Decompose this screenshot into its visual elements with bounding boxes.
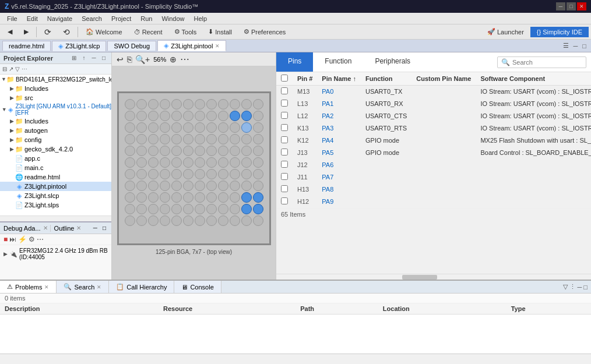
table-row[interactable]: J11 PA7 <box>276 171 591 183</box>
tree-includes1[interactable]: ▶ 📁 Includes <box>0 84 111 93</box>
outline-tab[interactable]: Outline <box>50 225 75 232</box>
bottom-minimize-btn[interactable]: ─ <box>578 284 582 291</box>
tab-function[interactable]: Function <box>313 52 363 72</box>
outline-tab-close[interactable]: ✕ <box>76 225 81 232</box>
tab-bar-minimize[interactable]: ─ <box>571 43 581 50</box>
debug-minimize[interactable]: ─ <box>92 224 99 232</box>
chip-pin-10-12[interactable] <box>253 204 263 214</box>
bottom-table-container[interactable]: Description Resource Path Location Type <box>0 303 591 354</box>
tab-pintool-close[interactable]: ✕ <box>215 43 220 49</box>
select-all-checkbox[interactable] <box>281 75 288 82</box>
toolbar-preferences[interactable]: ⚙ Preferences <box>238 26 291 37</box>
col-path[interactable]: Path <box>296 303 378 314</box>
table-row[interactable]: K13 PA3 USART0_RTS IO Stream: USART (vco… <box>276 122 591 135</box>
col-description[interactable]: Description <box>0 303 159 314</box>
col-custom-pin[interactable]: Custom Pin Name <box>411 72 476 86</box>
right-search-input[interactable] <box>512 59 582 66</box>
tab-swo[interactable]: SWO Debug <box>107 41 156 51</box>
tree-collapse-all[interactable]: ⊟ <box>2 66 7 72</box>
row-checkbox-cell[interactable] <box>276 135 293 147</box>
debug-maximize[interactable]: □ <box>101 224 108 232</box>
menu-file[interactable]: File <box>2 14 22 23</box>
tree-link-editor[interactable]: ↗ <box>9 66 13 72</box>
pins-table-container[interactable]: Pin # Pin Name ↑ Function Custom Pin Nam… <box>276 72 591 274</box>
tree-config[interactable]: ▶ 📁 config <box>0 135 111 144</box>
tree-toggle-gecko[interactable]: ▶ <box>8 146 15 152</box>
tree-readme[interactable]: 🌐 readme.html <box>0 172 111 182</box>
tree-toggle-src1[interactable]: ▶ <box>8 95 15 101</box>
chip-pin-2-10[interactable] <box>230 111 240 121</box>
toolbar-install[interactable]: ⬇ Install <box>203 26 237 37</box>
toolbar-launcher[interactable]: 🚀 Launcher <box>482 26 529 37</box>
col-pin-name[interactable]: Pin Name ↑ <box>317 72 361 86</box>
row-checkbox-cell[interactable] <box>276 86 293 98</box>
row-checkbox-cell[interactable] <box>276 159 293 171</box>
toolbar-recent[interactable]: ⏱ Recent <box>129 27 168 37</box>
chip-pin-9-12[interactable] <box>253 192 263 203</box>
tab-peripherals[interactable]: Peripherals <box>363 52 422 72</box>
toolbar-forward[interactable]: ▶ <box>19 26 34 37</box>
center-copy[interactable]: ⎘ <box>127 55 132 64</box>
tree-slcp[interactable]: ◈ Z3Light.slcp <box>0 191 111 200</box>
right-panel-scrollbar[interactable] <box>276 274 591 280</box>
tree-toggle-proj1[interactable]: ▼ <box>1 76 6 82</box>
row-checkbox[interactable] <box>281 149 288 156</box>
table-row[interactable]: H13 PA8 <box>276 183 591 196</box>
debug-tab-close[interactable]: ✕ <box>43 225 48 232</box>
tree-more[interactable]: ⋯ <box>22 66 27 72</box>
chip-pin-3-11[interactable] <box>241 122 252 133</box>
row-checkbox-cell[interactable] <box>276 171 293 183</box>
close-button[interactable]: ✕ <box>577 2 586 10</box>
table-row[interactable]: M13 PA0 USART0_TX IO Stream: USART (vcom… <box>276 86 591 98</box>
table-row[interactable]: K12 PA4 GPIO mode MX25 Flash Shutdown wi… <box>276 135 591 147</box>
tree-project2[interactable]: ▼ ◈ Z3Light [GNU ARM v10.3.1 - Default] … <box>0 103 111 116</box>
tree-src1[interactable]: ▶ 📁 src <box>0 93 111 103</box>
row-checkbox-cell[interactable] <box>276 98 293 110</box>
debug-stop-btn[interactable]: ■ <box>3 235 8 243</box>
tree-scrollbar[interactable] <box>0 215 111 221</box>
debug-settings-btn[interactable]: ⚙ <box>29 235 35 243</box>
toolbar-simplicity-ide[interactable]: {} Simplicity IDE <box>530 27 589 37</box>
toolbar-tools[interactable]: ⚙ Tools <box>169 26 202 37</box>
table-row[interactable]: L12 PA2 USART0_CTS IO Stream: USART (vco… <box>276 110 591 122</box>
tab-pintool[interactable]: ◈ Z3Light.pintool ✕ <box>157 40 226 51</box>
menu-project[interactable]: Project <box>107 14 136 23</box>
row-checkbox[interactable] <box>281 173 288 180</box>
row-checkbox[interactable] <box>281 100 288 107</box>
tab-pins[interactable]: Pins <box>276 52 313 72</box>
debug-device-row[interactable]: ▶ 🔌 EFR32MG12 2.4 GHz 19 dBm RB (ID:4400… <box>3 248 108 260</box>
bottom-tab-problems[interactable]: ⚠ Problems ✕ <box>0 281 57 293</box>
row-checkbox-cell[interactable] <box>276 183 293 196</box>
row-checkbox[interactable] <box>281 161 288 168</box>
bottom-maximize-btn[interactable]: □ <box>583 284 588 291</box>
center-zoom-out[interactable]: ↩ <box>117 55 124 64</box>
project-explorer-minimize[interactable]: ─ <box>90 54 98 62</box>
tree-includes2[interactable]: ▶ 📁 Includes <box>0 116 111 126</box>
row-checkbox-cell[interactable] <box>276 122 293 135</box>
bottom-tab-call-hierarchy[interactable]: 📋 Call Hierarchy <box>109 281 174 293</box>
center-fit[interactable]: ⊕ <box>170 55 177 64</box>
chip-pin-2-11[interactable] <box>241 111 252 121</box>
tree-appc[interactable]: 📄 app.c <box>0 154 111 163</box>
row-checkbox[interactable] <box>281 185 288 192</box>
tab-bar-menu[interactable]: ☰ <box>561 42 571 50</box>
right-search-box[interactable]: 🔍 <box>497 56 586 68</box>
col-software[interactable]: Software Component <box>476 72 591 86</box>
row-checkbox[interactable] <box>281 124 288 131</box>
minimize-button[interactable]: ─ <box>556 2 565 10</box>
debug-connect-btn[interactable]: ⚡ <box>18 235 27 243</box>
table-row[interactable]: H12 PA9 <box>276 196 591 208</box>
bottom-tab-search[interactable]: 🔍 Search ✕ <box>57 281 109 293</box>
menu-help[interactable]: Help <box>189 14 212 23</box>
bottom-tab-console[interactable]: 🖥 Console <box>174 281 221 293</box>
col-type[interactable]: Type <box>506 303 591 314</box>
tree-toggle-config[interactable]: ▶ <box>8 137 15 143</box>
tree-project1[interactable]: ▼ 📁 BRD4161A_EFR32MG12P_switch_led_poll <box>0 75 111 84</box>
tab-bar-maximize[interactable]: □ <box>580 43 589 50</box>
debug-step-btn[interactable]: ⏭ <box>9 235 16 243</box>
problems-tab-close[interactable]: ✕ <box>44 284 49 290</box>
toolbar-welcome[interactable]: 🏠 Welcome <box>80 26 128 37</box>
tree-mainc[interactable]: 📄 main.c <box>0 163 111 172</box>
row-checkbox[interactable] <box>281 136 288 143</box>
col-location[interactable]: Location <box>378 303 506 314</box>
